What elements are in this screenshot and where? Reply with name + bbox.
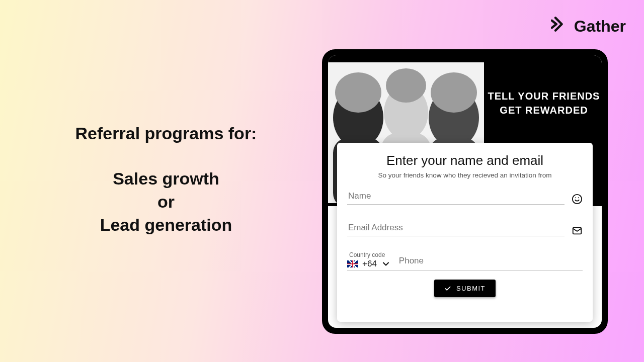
name-input[interactable]: [347, 188, 565, 205]
submit-button[interactable]: SUBMIT: [434, 280, 496, 297]
svg-point-8: [431, 72, 477, 113]
svg-point-7: [335, 72, 381, 113]
headline-line-2: or: [50, 191, 282, 214]
device-screen: TELL YOUR FRIENDS GET REWARDED Enter you…: [328, 55, 602, 328]
device-frame: TELL YOUR FRIENDS GET REWARDED Enter you…: [322, 49, 608, 334]
marketing-copy: Referral programs for: Sales growth or L…: [50, 124, 282, 237]
form-title: Enter your name and email: [347, 153, 583, 168]
brand-logo: Gather: [551, 15, 626, 37]
email-input[interactable]: [347, 220, 565, 236]
headline-line-1: Sales growth: [50, 167, 282, 191]
mail-icon: [572, 225, 583, 236]
phone-input[interactable]: [398, 253, 583, 269]
check-icon: [444, 285, 451, 292]
svg-point-13: [573, 195, 582, 204]
brand-mark-icon: [551, 15, 569, 37]
country-code-value: +64: [362, 259, 377, 269]
hero-line-1: TELL YOUR FRIENDS: [488, 89, 600, 103]
submit-label: SUBMIT: [456, 285, 486, 292]
referral-form: Enter your name and email So your friend…: [337, 143, 593, 322]
headline-line-3: Lead generation: [50, 214, 282, 237]
form-subtitle: So your friends know who they recieved a…: [347, 171, 583, 179]
flag-icon: [347, 260, 358, 267]
brand-name: Gather: [574, 17, 626, 36]
country-code-label: Country code: [347, 251, 391, 258]
country-code-select[interactable]: +64: [347, 259, 391, 269]
headline: Referral programs for:: [50, 124, 282, 143]
chevron-down-icon: [381, 259, 391, 269]
hero-line-2: GET REWARDED: [500, 103, 588, 117]
svg-point-9: [386, 68, 426, 103]
smile-icon: [572, 194, 583, 205]
